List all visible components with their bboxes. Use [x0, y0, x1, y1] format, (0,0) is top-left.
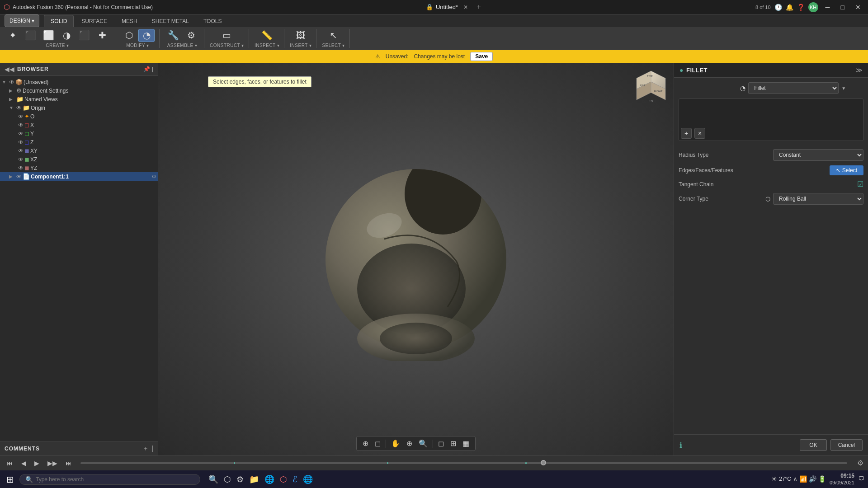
cancel-button[interactable]: Cancel — [830, 439, 863, 451]
tree-item-o[interactable]: 👁 ✦ O — [0, 112, 158, 121]
display-mode-button[interactable]: ◻ — [436, 438, 446, 449]
settings-taskbar-button[interactable]: ⚙ — [235, 473, 245, 486]
joint-button[interactable]: 🔧 — [165, 29, 182, 42]
insert-section-label[interactable]: INSERT ▾ — [290, 43, 311, 48]
assemble-section-label[interactable]: ASSEMBLE ▾ — [167, 43, 198, 48]
offset-plane-button[interactable]: ▭ — [219, 29, 235, 42]
inspect-section-label[interactable]: INSPECT ▾ — [255, 43, 279, 48]
create-section-label[interactable]: CREATE ▾ — [46, 43, 69, 48]
tab-add-icon[interactable]: ＋ — [475, 2, 482, 12]
minimize-button[interactable]: ─ — [822, 3, 834, 12]
maximize-button[interactable]: □ — [837, 3, 848, 12]
tree-item-doc-settings[interactable]: ▶ ⚙ Document Settings — [0, 86, 158, 95]
create-more-button[interactable]: ⬜ — [40, 29, 57, 42]
timeline-settings-icon[interactable]: ⚙ — [857, 459, 863, 467]
close-button[interactable]: ✕ — [852, 3, 864, 12]
browser-collapse-icon[interactable]: | — [152, 66, 153, 72]
select-edges-button[interactable]: ↖ Select — [830, 165, 863, 175]
look-button[interactable]: ◻ — [373, 438, 383, 449]
search-input[interactable] — [36, 476, 180, 483]
radius-type-select[interactable]: Constant — [773, 149, 863, 161]
construct-section-label[interactable]: CONSTRUCT ▾ — [210, 43, 244, 48]
tab-solid[interactable]: SOLID — [44, 15, 74, 27]
press-pull-button[interactable]: ⬡ — [121, 29, 137, 42]
tab-close-icon[interactable]: ✕ — [463, 4, 468, 10]
tree-item-z[interactable]: 👁 ◻ Z — [0, 138, 158, 146]
move-button[interactable]: ✚ — [94, 29, 110, 42]
fusion-taskbar-button[interactable]: ⬡ — [278, 473, 289, 486]
timeline-next-button[interactable]: ▶▶ — [45, 459, 60, 468]
fillet-expand-icon[interactable]: ≫ — [856, 66, 863, 74]
browser2-button[interactable]: 🌐 — [301, 473, 315, 486]
tree-toggle-views[interactable]: ▶ — [9, 97, 15, 102]
tab-title[interactable]: Untitled* — [436, 4, 458, 10]
comments-add-icon[interactable]: ＋ — [142, 445, 149, 453]
visibility-icon-xy[interactable]: 👁 — [18, 148, 24, 154]
tree-toggle-origin[interactable]: ▼ — [9, 105, 15, 110]
edge-button[interactable]: ℰ — [291, 473, 299, 486]
tree-item-named-views[interactable]: ▶ 📁 Named Views — [0, 95, 158, 103]
browser1-button[interactable]: 🌐 — [263, 473, 276, 486]
fillet-type-select[interactable]: Fillet — [748, 82, 839, 94]
visibility-icon-unsaved[interactable]: 👁 — [9, 79, 14, 85]
notification-icon[interactable]: 🗨 — [858, 475, 864, 483]
file-explorer-button[interactable]: 📁 — [247, 473, 261, 486]
modify-section-label[interactable]: MODIFY ▾ — [126, 43, 149, 48]
select-tool-button[interactable]: ↖ — [326, 29, 342, 42]
ok-button[interactable]: OK — [800, 439, 826, 451]
visibility-icon-xz[interactable]: 👁 — [18, 156, 24, 163]
tangent-chain-checkbox[interactable]: ☑ — [857, 180, 863, 188]
fillet-button[interactable]: ◔ — [138, 29, 155, 42]
insert-image-button[interactable]: 🖼 — [292, 29, 309, 42]
visibility-icon-y[interactable]: 👁 — [18, 131, 24, 137]
viewcube[interactable]: TOP LEFT RIGHT ↑N — [633, 67, 669, 103]
tree-item-xz[interactable]: 👁 ◼ XZ — [0, 155, 158, 164]
viewport[interactable]: Select edges, faces, or features to fill… — [158, 63, 674, 455]
tree-item-origin[interactable]: ▼ 👁 📁 Origin — [0, 103, 158, 112]
tree-item-x[interactable]: 👁 ◻ X — [0, 121, 158, 129]
create-new-component-button[interactable]: ✦ — [5, 29, 21, 42]
design-dropdown-button[interactable]: DESIGN ▾ — [5, 14, 39, 27]
timeline-thumb[interactable] — [541, 460, 546, 465]
sweep-button[interactable]: ⬛ — [76, 29, 93, 42]
visibility-icon-x[interactable]: 👁 — [18, 122, 24, 128]
corner-type-select[interactable]: Rolling Ball — [773, 193, 863, 205]
fillet-add-button[interactable]: + — [681, 128, 692, 139]
browser-back-icon[interactable]: ◀◀ — [5, 66, 14, 73]
tree-item-component1[interactable]: ▶ 👁 📄 Component1:1 ⊙ — [0, 172, 158, 181]
user-avatar[interactable]: KH — [808, 2, 818, 12]
comments-collapse-icon[interactable]: | — [151, 445, 153, 453]
search-taskbar-button[interactable]: 🔍 — [207, 473, 220, 486]
visibility-icon-component1[interactable]: 👁 — [16, 174, 22, 180]
tab-sheet-metal[interactable]: SHEET METAL — [145, 15, 196, 27]
zoom-button[interactable]: ⊕ — [404, 438, 415, 449]
visibility-icon-yz[interactable]: 👁 — [18, 165, 24, 171]
fillet-remove-button[interactable]: × — [694, 128, 705, 139]
task-view-button[interactable]: ⬡ — [222, 473, 233, 486]
tree-item-y[interactable]: 👁 ◻ Y — [0, 129, 158, 138]
help-icon[interactable]: ❓ — [797, 4, 805, 11]
tree-item-unsaved[interactable]: ▼ 👁 📦 (Unsaved) — [0, 78, 158, 86]
visibility-icon-z[interactable]: 👁 — [18, 139, 24, 145]
timeline-start-button[interactable]: ⏮ — [5, 459, 15, 468]
bell-icon[interactable]: 🔔 — [786, 4, 793, 11]
measure-button[interactable]: 📏 — [259, 29, 275, 42]
timeline-track[interactable] — [80, 462, 847, 464]
visibility-icon-o[interactable]: 👁 — [18, 113, 24, 120]
tab-mesh[interactable]: MESH — [115, 15, 144, 27]
fit-button[interactable]: 🔍 — [416, 438, 430, 449]
save-button[interactable]: Save — [470, 52, 493, 61]
tab-tools[interactable]: TOOLS — [197, 15, 228, 27]
tree-toggle-unsaved[interactable]: ▼ — [2, 80, 8, 84]
orbit-button[interactable]: ⊕ — [360, 438, 371, 449]
search-bar[interactable]: 🔍 — [19, 474, 200, 485]
environment-button[interactable]: ▦ — [460, 438, 472, 449]
select-section-label[interactable]: SELECT ▾ — [322, 43, 345, 48]
chevron-icon[interactable]: ∧ — [793, 475, 797, 483]
tree-item-yz[interactable]: 👁 ◼ YZ — [0, 164, 158, 172]
browser-pin-icon[interactable]: 📌 — [143, 66, 150, 72]
taskbar-clock[interactable]: 09:15 09/09/2021 — [830, 473, 854, 486]
timeline-play-button[interactable]: ▶ — [32, 459, 42, 468]
extrude-button[interactable]: ⬛ — [22, 29, 39, 42]
tree-toggle-doc[interactable]: ▶ — [9, 88, 15, 93]
